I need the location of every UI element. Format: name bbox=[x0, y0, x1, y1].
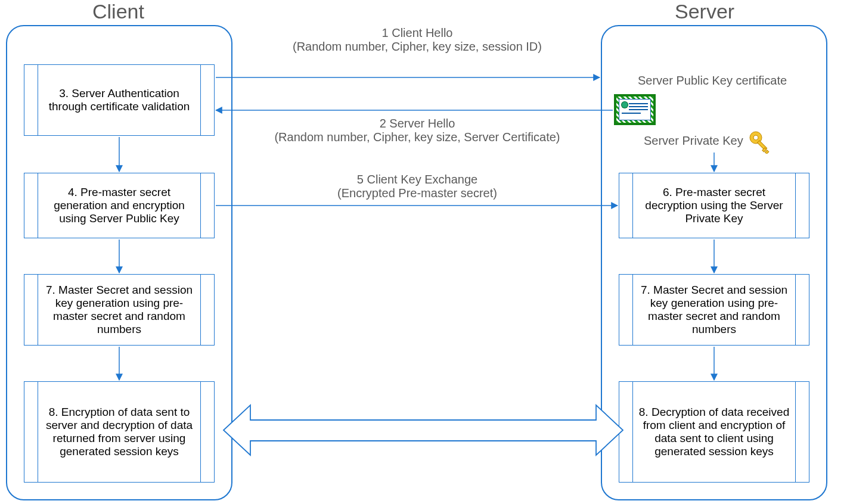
msg2: 2 Server Hello (Random number, Cipher, k… bbox=[256, 117, 578, 144]
app-data-label: Encrypted Application Data bbox=[334, 423, 491, 438]
msg1-detail: (Random number, Cipher, key size, sessio… bbox=[256, 40, 578, 54]
client-step-8-label: 8. Encryption of data sent to server and… bbox=[41, 406, 197, 458]
certificate-icon bbox=[614, 94, 656, 125]
client-step-4-label: 4. Pre-master secret generation and encr… bbox=[41, 186, 197, 225]
server-step-7-label: 7. Master Secret and session key generat… bbox=[636, 284, 792, 336]
msg5: 5 Client Key Exchange (Encrypted Pre-mas… bbox=[286, 173, 548, 200]
server-step-8-label: 8. Decryption of data received from clie… bbox=[636, 406, 792, 458]
msg1: 1 Client Hello (Random number, Cipher, k… bbox=[256, 26, 578, 54]
client-step-7: 7. Master Secret and session key generat… bbox=[24, 274, 215, 346]
client-step-3: 3. Server Authentication through certifi… bbox=[24, 64, 215, 136]
svg-point-1 bbox=[753, 135, 758, 140]
msg2-title: 2 Server Hello bbox=[256, 117, 578, 130]
server-pub-cert-label: Server Public Key certificate bbox=[638, 74, 787, 88]
key-icon bbox=[748, 130, 772, 154]
server-title: Server bbox=[675, 0, 734, 23]
msg2-detail: (Random number, Cipher, key size, Server… bbox=[256, 130, 578, 144]
server-priv-key-label: Server Private Key bbox=[644, 134, 743, 148]
server-step-7: 7. Master Secret and session key generat… bbox=[619, 274, 809, 346]
client-step-3-label: 3. Server Authentication through certifi… bbox=[41, 87, 197, 113]
msg5-title: 5 Client Key Exchange bbox=[286, 173, 548, 186]
client-step-7-label: 7. Master Secret and session key generat… bbox=[41, 284, 197, 336]
msg5-detail: (Encrypted Pre-master secret) bbox=[286, 186, 548, 200]
server-step-6-label: 6. Pre-master secret decryption using th… bbox=[636, 186, 792, 225]
server-step-8: 8. Decryption of data received from clie… bbox=[619, 381, 809, 483]
client-title: Client bbox=[92, 0, 144, 23]
msg1-title: 1 Client Hello bbox=[256, 26, 578, 40]
client-step-4: 4. Pre-master secret generation and encr… bbox=[24, 173, 215, 238]
server-step-6: 6. Pre-master secret decryption using th… bbox=[619, 173, 809, 238]
client-step-8: 8. Encryption of data sent to server and… bbox=[24, 381, 215, 483]
